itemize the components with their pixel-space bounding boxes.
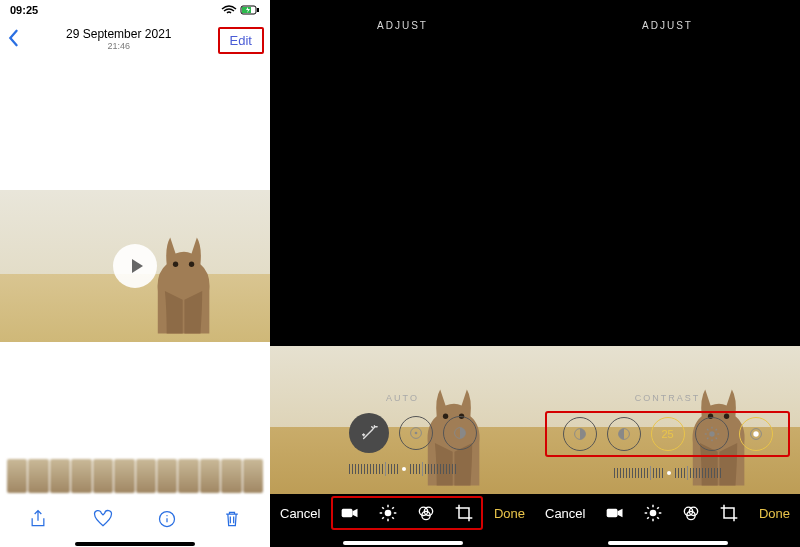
svg-line-31: [707, 429, 708, 430]
svg-point-26: [709, 431, 714, 436]
nav-title: 29 September 2021 21:46: [66, 28, 171, 51]
crop-icon: [719, 503, 739, 523]
adjust-slider[interactable]: [270, 459, 535, 479]
editor-header: ADJUST: [535, 0, 800, 50]
editor-tools: [604, 502, 740, 524]
auto-dial[interactable]: [349, 413, 389, 453]
adjust-icon: [378, 503, 398, 523]
editor-auto-screen: ADJUST AUTO Cancel Done: [270, 0, 535, 547]
home-indicator[interactable]: [0, 541, 270, 547]
brightness-icon: [703, 425, 721, 443]
home-indicator[interactable]: [535, 541, 800, 545]
shadows-dial[interactable]: [607, 417, 641, 451]
filmstrip[interactable]: [7, 459, 263, 493]
exposure-icon: [407, 424, 425, 442]
filters-tool-button[interactable]: [415, 502, 437, 524]
crop-icon: [454, 503, 474, 523]
adjust-tool-button[interactable]: [377, 502, 399, 524]
cancel-button[interactable]: Cancel: [545, 506, 585, 521]
adjust-tool-button[interactable]: [642, 502, 664, 524]
slider-indicator: [667, 471, 671, 475]
adjust-panel: AUTO: [270, 393, 535, 479]
filters-icon: [681, 503, 701, 523]
editor-tools-highlight: [331, 496, 483, 530]
svg-line-46: [657, 507, 659, 509]
adjust-name: CONTRAST: [535, 393, 800, 403]
svg-rect-4: [257, 8, 259, 12]
wifi-icon: [221, 5, 237, 15]
edit-button[interactable]: Edit: [218, 27, 264, 54]
slider-indicator: [402, 467, 406, 471]
svg-line-43: [647, 507, 649, 509]
editor-bottom-bar: Cancel Done: [535, 493, 800, 533]
video-tool-button[interactable]: [339, 502, 361, 524]
brilliance-dial[interactable]: [443, 416, 477, 450]
editor-header: ADJUST: [270, 0, 535, 50]
exposure-dial[interactable]: [399, 416, 433, 450]
status-time: 09:25: [10, 4, 38, 16]
svg-rect-11: [342, 509, 353, 517]
contrast-dials-highlight: 25: [545, 411, 790, 457]
photo-area: [0, 60, 270, 459]
svg-point-7: [167, 515, 168, 516]
trash-button[interactable]: [220, 507, 244, 531]
svg-line-19: [382, 517, 384, 519]
editor-bottom-bar: Cancel Done: [270, 493, 535, 533]
favorite-button[interactable]: [91, 507, 115, 531]
editor-contrast-screen: ADJUST CONTRAST 25 Cancel Done: [535, 0, 800, 547]
video-preview[interactable]: [0, 190, 270, 342]
svg-point-12: [385, 510, 392, 517]
filters-icon: [416, 503, 436, 523]
done-button[interactable]: Done: [494, 506, 525, 521]
svg-line-44: [657, 517, 659, 519]
half-circle-icon: [615, 425, 633, 443]
nav-bar: 29 September 2021 21:46 Edit: [0, 20, 270, 60]
adjust-panel: CONTRAST 25: [535, 393, 800, 483]
back-button[interactable]: [6, 29, 20, 51]
home-indicator[interactable]: [270, 541, 535, 545]
cancel-button[interactable]: Cancel: [280, 506, 320, 521]
svg-line-45: [647, 517, 649, 519]
trash-icon: [222, 509, 242, 529]
svg-line-17: [382, 507, 384, 509]
svg-point-36: [753, 431, 758, 436]
brightness-dial[interactable]: [695, 417, 729, 451]
svg-line-32: [715, 438, 716, 439]
status-bar: 09:25: [0, 0, 270, 20]
contrast-value: 25: [661, 428, 673, 440]
half-circle-icon: [451, 424, 469, 442]
adjust-icon: [643, 503, 663, 523]
photo-date: 29 September 2021: [66, 28, 171, 41]
video-tool-button[interactable]: [604, 502, 626, 524]
photo-time: 21:46: [66, 42, 171, 52]
adjust-dials: [270, 413, 535, 453]
share-icon: [28, 509, 48, 529]
svg-line-18: [392, 517, 394, 519]
filters-tool-button[interactable]: [680, 502, 702, 524]
svg-rect-37: [607, 509, 618, 517]
adjust-slider[interactable]: [535, 463, 800, 483]
bottom-toolbar: [0, 497, 270, 541]
video-icon: [340, 503, 360, 523]
adjust-name: AUTO: [270, 393, 535, 403]
contrast-dial[interactable]: 25: [651, 417, 685, 451]
share-button[interactable]: [26, 507, 50, 531]
half-circle-icon: [571, 425, 589, 443]
black-point-dial[interactable]: [739, 417, 773, 451]
crop-tool-button[interactable]: [453, 502, 475, 524]
info-button[interactable]: [155, 507, 179, 531]
wand-icon: [360, 424, 378, 442]
svg-line-20: [392, 507, 394, 509]
black-point-icon: [747, 425, 765, 443]
svg-point-9: [414, 432, 417, 435]
done-button[interactable]: Done: [759, 506, 790, 521]
video-icon: [605, 503, 625, 523]
photos-viewer-screen: 09:25 29 September 2021 21:46 Edit: [0, 0, 270, 547]
svg-line-33: [707, 438, 708, 439]
crop-tool-button[interactable]: [718, 502, 740, 524]
highlights-dial[interactable]: [563, 417, 597, 451]
svg-line-34: [715, 429, 716, 430]
info-icon: [157, 509, 177, 529]
svg-point-38: [650, 510, 657, 517]
status-icons: [221, 5, 260, 15]
